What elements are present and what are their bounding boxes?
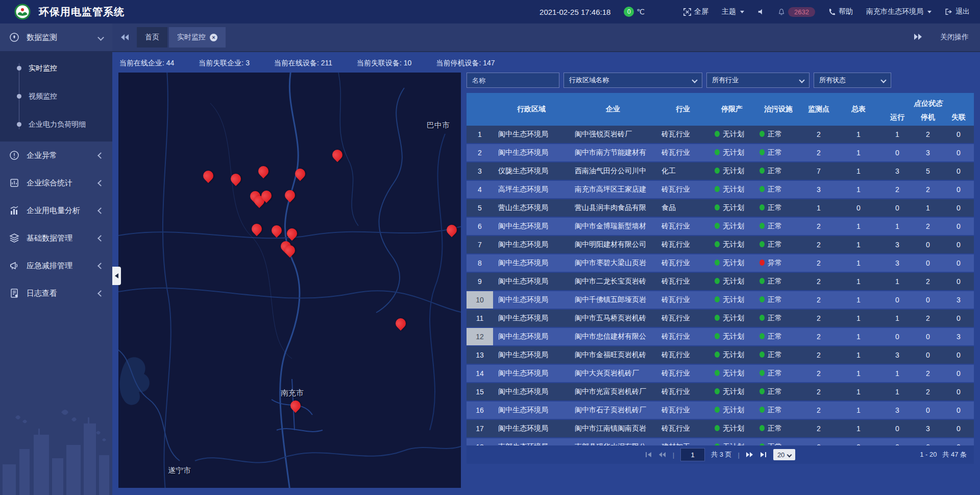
table-row[interactable]: 16阆中生态环境局阆中市石子页岩机砖厂砖瓦行业无计划正常21300 [467,402,974,420]
cell-limit-status: 无计划 [709,130,754,139]
sidebar-collapse-handle[interactable] [112,267,121,285]
table-row[interactable]: 18南部生态环境局南部县砚华水泥有限公建材加工无计划正常60060 [467,438,974,445]
cell-total-meters: 0 [835,204,882,212]
tab-实时监控[interactable]: 实时监控× [169,27,226,48]
cell-facility-status: 正常 [754,387,802,396]
table-row[interactable]: 14阆中生态环境局阆中大兴页岩机砖厂砖瓦行业无计划正常21120 [467,365,974,383]
cell-offline: 0 [943,222,974,230]
status-dot-icon [715,407,720,413]
table-row[interactable]: 3仪陇生态环境局西南油气田分公司川中化工无计划正常71350 [467,162,974,181]
cell-total-meters: 1 [835,149,882,157]
cell-stopped: 2 [913,130,943,138]
table-row[interactable]: 12阆中生态环境局阆中市忠信建材有限公砖瓦行业无计划正常21003 [467,328,974,346]
cell-region: 营山生态环境局 [493,203,570,213]
table-row[interactable]: 9阆中生态环境局阆中市二龙长宝页岩砖砖瓦行业无计划正常21120 [467,273,974,291]
first-page-button[interactable] [645,452,652,458]
chevron-left-icon [97,152,104,159]
sidebar-item-实时监控[interactable]: 实时监控 [0,54,112,82]
map-canvas[interactable]: 巴中市南充市遂宁市 [118,73,461,488]
app-logo [14,4,31,20]
status-dot-icon [760,260,765,266]
page-number-input[interactable] [680,448,705,461]
status-dot-icon [715,370,720,376]
temperature-badge: 0 [624,7,634,17]
cell-facility-status: 正常 [754,167,802,176]
status-select[interactable]: 所有状态 [814,73,891,88]
table-row[interactable]: 15阆中生态环境局阆中市光富页岩机砖厂砖瓦行业无计划正常21120 [467,383,974,402]
table-row[interactable]: 13阆中生态环境局阆中市金福旺页岩机砖砖瓦行业无计划正常21300 [467,346,974,365]
cell-company: 阆中市江南镇阆南页岩 [570,424,656,433]
cell-total-meters: 1 [835,406,882,414]
cell-region: 阆中生态环境局 [493,258,570,268]
table-row[interactable]: 2阆中生态环境局阆中市南方节能建材有砖瓦行业无计划正常21030 [467,144,974,162]
sidebar-group-企业异常[interactable]: 企业异常 [0,142,112,169]
row-index: 13 [467,346,493,364]
sidebar-group-应急减排管理[interactable]: 应急减排管理 [0,252,112,279]
notifications-button[interactable]: 2632 [778,7,815,17]
sidebar-group-数据监测[interactable]: 数据监测 [0,23,112,51]
app-title: 环保用电监管系统 [39,5,125,19]
cell-monitor-points: 7 [802,167,835,175]
sidebar-item-label: 企业电力负荷明细 [29,120,86,129]
cell-facility-status: 正常 [754,332,802,341]
fullscreen-icon [683,8,691,16]
table-row[interactable]: 17阆中生态环境局阆中市江南镇阆南页岩砖瓦行业无计划正常21030 [467,420,974,438]
cell-stopped: 2 [913,185,943,194]
help-button[interactable]: 帮助 [828,7,853,16]
table-row[interactable]: 11阆中生态环境局阆中市五马桥页岩机砖砖瓦行业无计划正常21120 [467,310,974,328]
close-operations-button[interactable]: 关闭操作 [940,33,969,42]
cell-offline: 0 [943,204,974,212]
sidebar-group-基础数据管理[interactable]: 基础数据管理 [0,224,112,252]
row-index: 8 [467,254,493,272]
cell-facility-status: 异常 [754,258,802,268]
table-row[interactable]: 4高坪生态环境局南充市高坪区王家店建砖瓦行业无计划正常31220 [467,181,974,199]
main-content: 当前在线企业: 44当前失联企业: 3当前在线设备: 211当前失联设备: 10… [112,52,980,495]
status-dot-icon [715,333,720,339]
industry-select[interactable]: 所有行业 [706,73,810,88]
table-row[interactable]: 5营山生态环境局营山县润丰肉食品有限食品无计划正常10010 [467,199,974,218]
sidebar-group-日志查看[interactable]: 日志查看 [0,279,112,307]
logout-button[interactable]: 退出 [945,7,970,16]
sidebar-group-企业综合统计[interactable]: 企业综合统计 [0,169,112,197]
fullscreen-button[interactable]: 全屏 [683,7,708,16]
cell-offline: 0 [943,149,974,157]
cell-running: 1 [882,130,913,138]
org-dropdown[interactable]: 南充市生态环境局 [866,7,932,16]
last-page-button[interactable] [760,452,767,458]
scroll-tabs-left-button[interactable] [120,34,130,41]
cell-monitor-points: 2 [802,277,835,286]
table-row[interactable]: 6阆中生态环境局阆中市金博瑞新型墙材砖瓦行业无计划正常21120 [467,218,974,236]
scroll-tabs-right-button[interactable] [914,33,923,42]
name-search-input[interactable] [467,73,559,88]
bell-icon [778,8,785,16]
table-row[interactable]: 10阆中生态环境局阆中千佛镇五郎垭页岩砖瓦行业无计划正常21003 [467,291,974,310]
cell-running: 0 [882,296,913,304]
region-select[interactable]: 行政区域名称 [564,73,702,88]
sidebar-item-视频监控[interactable]: 视频监控 [0,82,112,110]
status-dot-icon [715,388,720,394]
sidebar-item-企业电力负荷明细[interactable]: 企业电力负荷明细 [0,110,112,138]
cell-offline: 0 [943,351,974,359]
theme-dropdown[interactable]: 主题 [722,7,744,16]
cell-monitor-points: 2 [802,425,835,433]
tab-首页[interactable]: 首页 [137,27,167,48]
close-tab-icon[interactable]: × [210,34,217,41]
page-size-select[interactable]: 20 [773,449,795,460]
status-dot-icon [760,131,765,137]
sound-button[interactable] [757,8,765,15]
cell-industry: 砖瓦行业 [656,406,709,415]
table-row[interactable]: 1阆中生态环境局阆中强锐页岩砖厂砖瓦行业无计划正常21120 [467,126,974,144]
previous-page-button[interactable] [658,452,667,458]
table-row[interactable]: 8阆中生态环境局阆中市枣碧大梁山页岩砖瓦行业无计划异常21300 [467,254,974,273]
cell-limit-status: 无计划 [709,277,754,286]
column-header-总表: 总表 [835,93,882,126]
cell-offline: 0 [943,369,974,378]
row-index: 4 [467,181,493,198]
column-header-运行: 运行 [882,109,913,126]
cell-stopped: 3 [913,425,943,433]
table-row[interactable]: 7阆中生态环境局阆中明阳建材有限公司砖瓦行业无计划正常21300 [467,236,974,254]
sidebar-group-企业用电量分析[interactable]: 企业用电量分析 [0,197,112,224]
cell-region: 阆中生态环境局 [493,424,570,433]
next-page-button[interactable] [746,452,754,458]
sidebar-group-label: 应急减排管理 [27,261,72,271]
